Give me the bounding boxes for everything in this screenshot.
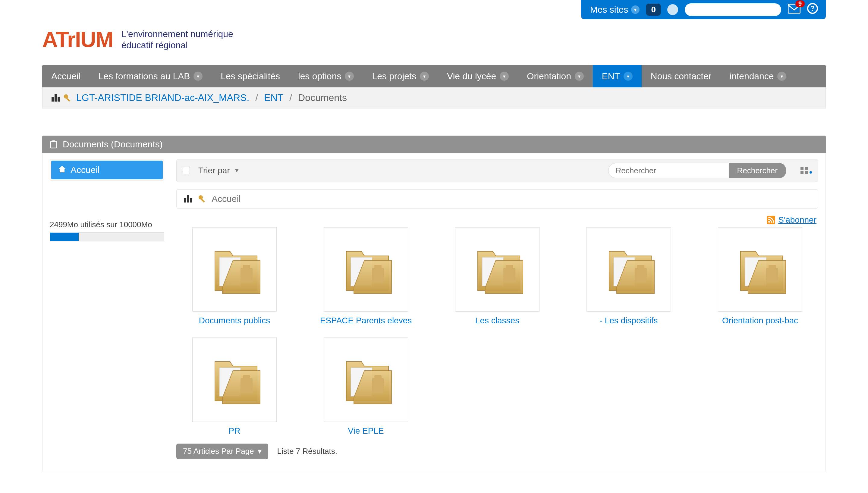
list-toolbar: Trier par ▼ Rechercher bbox=[176, 159, 818, 182]
view-grid-button[interactable] bbox=[801, 167, 812, 174]
select-all-checkbox[interactable] bbox=[183, 167, 190, 174]
folder-grid: Documents publics ESPACE Parents eleves … bbox=[176, 227, 818, 436]
brand-tagline: L'environnement numérique éducatif régio… bbox=[122, 28, 233, 51]
sites-count[interactable]: 0 bbox=[646, 4, 660, 16]
svg-rect-39 bbox=[374, 375, 382, 379]
svg-rect-32 bbox=[766, 268, 778, 283]
folder-item[interactable]: Orientation post-bac bbox=[702, 227, 818, 325]
folder-item[interactable]: Documents publics bbox=[176, 227, 292, 325]
chevron-down-icon: ▾ bbox=[194, 72, 202, 81]
svg-rect-35 bbox=[240, 378, 253, 393]
folder-icon bbox=[192, 227, 277, 312]
folder-icon bbox=[586, 227, 671, 312]
svg-rect-29 bbox=[635, 268, 647, 283]
page-size-dropdown[interactable]: 75 Articles Par Page ▾ bbox=[176, 444, 268, 459]
chevron-down-icon: ▾ bbox=[258, 447, 262, 456]
folder-icon bbox=[455, 227, 540, 312]
home-icon bbox=[58, 165, 66, 175]
my-sites-dropdown[interactable]: Mes sites ▾ bbox=[590, 4, 640, 15]
sidebar-nav: Accueil bbox=[50, 159, 164, 181]
chevron-down-icon: ▾ bbox=[777, 72, 786, 81]
breadcrumb-site[interactable]: LGT-ARISTIDE BRIAND-ac-AIX_MARS. bbox=[76, 92, 249, 103]
mail-button[interactable]: 9 bbox=[788, 4, 801, 16]
quota-fill bbox=[50, 233, 79, 241]
svg-rect-8 bbox=[66, 98, 70, 102]
folder-icon bbox=[324, 227, 408, 312]
location-label: Accueil bbox=[212, 194, 241, 204]
svg-rect-16 bbox=[201, 198, 204, 202]
user-menu[interactable] bbox=[685, 3, 781, 16]
folder-icon bbox=[718, 227, 802, 312]
chevron-down-icon: ▾ bbox=[420, 72, 429, 81]
svg-rect-3 bbox=[55, 94, 57, 97]
folder-label: Les classes bbox=[475, 316, 519, 325]
folder-label: Documents publics bbox=[199, 316, 270, 325]
chevron-down-icon: ▾ bbox=[624, 72, 633, 81]
location-bar: Accueil bbox=[176, 189, 818, 209]
folder-icon bbox=[192, 338, 277, 422]
svg-rect-38 bbox=[372, 378, 384, 393]
folder-item[interactable]: - Les dispositifs bbox=[570, 227, 687, 325]
nav-formations[interactable]: Les formations au LAB▾ bbox=[89, 65, 212, 87]
nav-specialites[interactable]: Les spécialités bbox=[212, 65, 289, 87]
svg-rect-9 bbox=[51, 141, 57, 148]
sidebar-item-label: Accueil bbox=[70, 165, 100, 175]
nav-ent[interactable]: ENT▾ bbox=[593, 65, 642, 87]
svg-rect-36 bbox=[243, 375, 250, 379]
sidebar-item-accueil[interactable]: Accueil bbox=[51, 160, 163, 179]
nav-contacter[interactable]: Nous contacter bbox=[642, 65, 721, 87]
my-sites-label: Mes sites bbox=[590, 4, 628, 15]
nav-accueil[interactable]: Accueil bbox=[42, 65, 89, 87]
organization-icon bbox=[183, 195, 193, 203]
subscribe-link[interactable]: S'abonner bbox=[767, 215, 817, 225]
svg-rect-27 bbox=[506, 265, 513, 269]
nav-projets[interactable]: Les projets▾ bbox=[363, 65, 438, 87]
top-bar: Mes sites ▾ 0 9 ? bbox=[0, 0, 868, 19]
nav-orientation[interactable]: Orientation▾ bbox=[518, 65, 593, 87]
brand-row: ATrIUM L'environnement numérique éducati… bbox=[0, 19, 868, 65]
folder-item[interactable]: PR bbox=[176, 338, 292, 436]
folder-label: Vie EPLE bbox=[348, 426, 384, 436]
mail-badge: 9 bbox=[795, 0, 805, 7]
svg-rect-33 bbox=[768, 265, 776, 269]
folder-label: PR bbox=[229, 426, 240, 436]
quota-text: 2499Mo utilisés sur 10000Mo bbox=[50, 220, 164, 229]
help-button[interactable]: ? bbox=[807, 3, 818, 16]
folder-item[interactable]: Les classes bbox=[439, 227, 556, 325]
svg-point-18 bbox=[768, 221, 770, 223]
svg-rect-11 bbox=[187, 195, 189, 198]
nav-intendance[interactable]: intendance▾ bbox=[721, 65, 796, 87]
atrium-logo: ATrIUM bbox=[42, 27, 113, 52]
nav-vie[interactable]: Vie du lycée▾ bbox=[438, 65, 518, 87]
svg-rect-14 bbox=[190, 198, 192, 202]
avatar[interactable] bbox=[667, 4, 678, 15]
quota-bar bbox=[50, 232, 164, 241]
search-button[interactable]: Rechercher bbox=[729, 163, 786, 178]
search-input[interactable] bbox=[608, 163, 729, 178]
chevron-down-icon: ▾ bbox=[631, 5, 639, 14]
nav-options[interactable]: les options▾ bbox=[289, 65, 363, 87]
folder-item[interactable]: Vie EPLE bbox=[308, 338, 424, 436]
svg-rect-23 bbox=[372, 268, 384, 283]
svg-rect-5 bbox=[55, 97, 57, 102]
breadcrumb-ent[interactable]: ENT bbox=[264, 92, 283, 103]
panel-header: Documents (Documents) bbox=[42, 135, 826, 153]
main-nav: Accueil Les formations au LAB▾ Les spéci… bbox=[42, 65, 826, 87]
breadcrumb-current: Documents bbox=[298, 92, 347, 103]
sort-dropdown[interactable]: Trier par ▼ bbox=[198, 166, 240, 175]
folder-label: ESPACE Parents eleves bbox=[320, 316, 412, 325]
svg-rect-10 bbox=[52, 141, 55, 142]
folder-icon bbox=[324, 338, 408, 422]
key-icon bbox=[198, 194, 207, 203]
svg-rect-20 bbox=[240, 268, 253, 283]
svg-rect-6 bbox=[58, 97, 60, 102]
svg-rect-17 bbox=[767, 216, 775, 224]
folder-item[interactable]: ESPACE Parents eleves bbox=[308, 227, 424, 325]
organization-icon bbox=[51, 94, 61, 102]
svg-rect-24 bbox=[374, 265, 382, 269]
folder-label: - Les dispositifs bbox=[600, 316, 658, 325]
svg-rect-26 bbox=[503, 268, 515, 283]
breadcrumb: LGT-ARISTIDE BRIAND-ac-AIX_MARS. / ENT /… bbox=[42, 87, 826, 108]
svg-rect-21 bbox=[243, 265, 250, 269]
svg-rect-12 bbox=[184, 198, 186, 202]
